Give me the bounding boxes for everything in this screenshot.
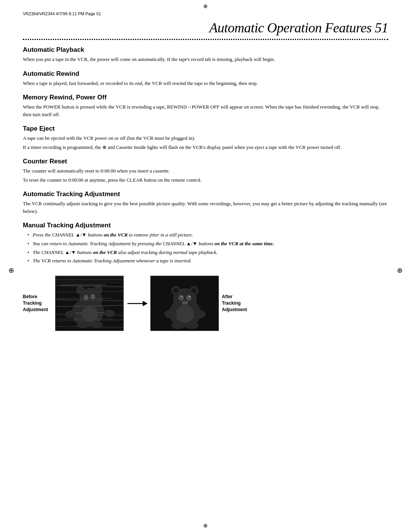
tracking-images-container: BeforeTrackingAdjustment xyxy=(23,276,388,331)
section-divider xyxy=(23,39,388,40)
section-body-memory-rewind: When the POWER button is pressed while t… xyxy=(23,103,388,118)
svg-point-25 xyxy=(81,307,98,322)
svg-marker-28 xyxy=(143,301,148,306)
manual-tracking-bullets: Press the CHANNEL ▲/▼ buttons on the VCR… xyxy=(23,231,388,265)
section-automatic-rewind: Automatic Rewind When a tape is played, … xyxy=(23,70,388,87)
section-title-auto-tracking: Automatic Tracking Adjustment xyxy=(23,190,388,198)
page-title: Automatic Operation Features 51 xyxy=(209,20,388,35)
before-tracking-image xyxy=(55,276,124,331)
svg-point-23 xyxy=(77,321,89,328)
registration-mark-right: ⊕ xyxy=(397,266,403,275)
section-body-automatic-rewind: When a tape is played, fast forwarded, o… xyxy=(23,80,388,87)
print-info: VRZ364/VRZ344 4/7/99 8:11 PM Page 51 xyxy=(23,11,101,16)
section-title-memory-rewind: Memory Rewind, Power Off xyxy=(23,94,388,101)
section-title-tape-eject: Tape Eject xyxy=(23,125,388,133)
registration-mark-bottom: ⊕ xyxy=(203,522,208,529)
registration-mark-top: ⊕ xyxy=(203,3,208,10)
svg-rect-3 xyxy=(56,281,124,283)
svg-rect-18 xyxy=(56,298,113,299)
section-counter-reset: Counter Reset The counter will automatic… xyxy=(23,158,388,184)
section-memory-rewind: Memory Rewind, Power Off When the POWER … xyxy=(23,94,388,118)
section-body-auto-tracking: The VCR continually adjusts tracking to … xyxy=(23,200,388,215)
svg-rect-2 xyxy=(56,279,124,280)
section-manual-tracking: Manual Tracking Adjustment Press the CHA… xyxy=(23,222,388,265)
svg-rect-1 xyxy=(56,276,124,278)
bullet-1: Press the CHANNEL ▲/▼ buttons on the VCR… xyxy=(27,231,388,239)
section-body-counter-reset: The counter will automatically reset to … xyxy=(23,167,388,184)
bullet-3: The CHANNEL ▲/▼ buttons on the VCR also … xyxy=(27,249,388,257)
section-automatic-playback: Automatic Playback When you put a tape i… xyxy=(23,46,388,63)
section-title-automatic-playback: Automatic Playback xyxy=(23,46,388,54)
section-title-counter-reset: Counter Reset xyxy=(23,158,388,165)
svg-point-8 xyxy=(84,295,88,300)
section-tape-eject: Tape Eject A tape can be ejected with th… xyxy=(23,125,388,151)
bullet-4: The VCR returns to Automatic Tracking Ad… xyxy=(27,257,388,265)
section-auto-tracking: Automatic Tracking Adjustment The VCR co… xyxy=(23,190,388,215)
section-body-tape-eject: A tape can be ejected with the VCR power… xyxy=(23,134,388,151)
svg-point-6 xyxy=(76,286,84,294)
after-tracking-image xyxy=(150,276,219,331)
section-title-manual-tracking: Manual Tracking Adjustment xyxy=(23,222,388,229)
before-tracking-label: BeforeTrackingAdjustment xyxy=(23,294,55,313)
svg-point-24 xyxy=(91,321,103,328)
bullet-2: You can return to Automatic Tracking Adj… xyxy=(27,240,388,248)
registration-mark-left: ⊕ xyxy=(8,266,14,275)
svg-rect-17 xyxy=(61,284,106,285)
section-body-automatic-playback: When you put a tape in the VCR, the powe… xyxy=(23,56,388,63)
tracking-arrow xyxy=(124,298,150,309)
svg-rect-47 xyxy=(151,276,219,331)
page-header: VRZ364/VRZ344 4/7/99 8:11 PM Page 51 xyxy=(23,11,388,16)
section-title-automatic-rewind: Automatic Rewind xyxy=(23,70,388,78)
after-tracking-label: AfterTrackingAdjustment xyxy=(222,294,254,313)
